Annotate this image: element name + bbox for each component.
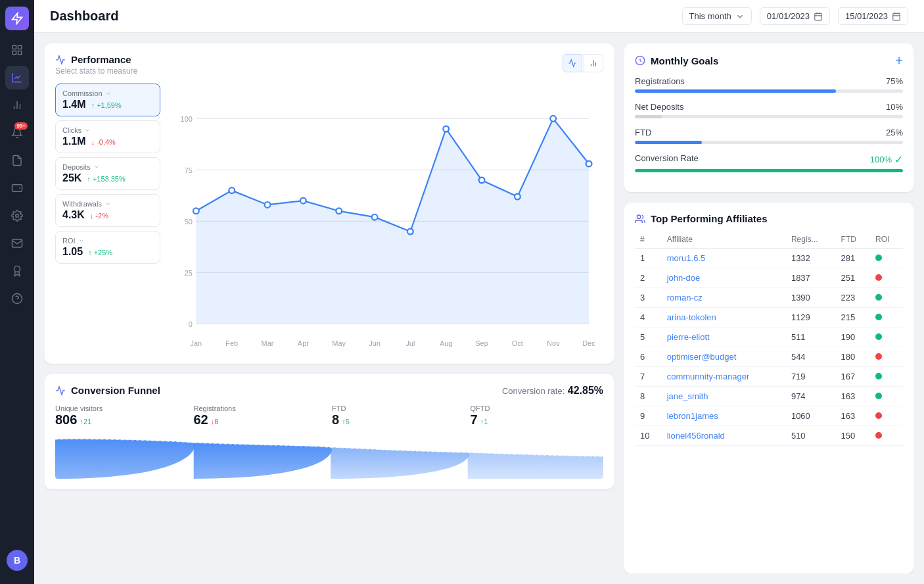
- avatar[interactable]: B: [7, 550, 28, 571]
- affiliates-card: Top Performing Affiliates #AffiliateRegi…: [624, 203, 913, 573]
- goal-ftd: FTD 25%: [635, 128, 903, 144]
- svg-point-56: [586, 161, 592, 167]
- svg-text:Jan: Jan: [191, 339, 202, 347]
- affiliate-name[interactable]: john-doe: [662, 268, 786, 288]
- metric-roi[interactable]: ROI 1.05 ↑ +25%: [55, 231, 160, 264]
- funnel-header: Conversion Funnel Conversion rate: 42.85…: [55, 385, 603, 397]
- affiliate-name[interactable]: pierre-eliott: [662, 328, 786, 347]
- svg-point-10: [14, 266, 20, 272]
- affiliate-name[interactable]: lebron1james: [662, 406, 786, 426]
- svg-text:Apr: Apr: [298, 339, 309, 347]
- table-row: 3 roman-cz 1390 223: [635, 288, 903, 308]
- col-roi: ROI: [870, 231, 903, 249]
- funnel-stats: Unique visitors 806 ↑21 Registrations 62…: [55, 404, 603, 427]
- funnel-stat-unique-visitors: Unique visitors 806 ↑21: [55, 404, 189, 427]
- sidebar-item-awards[interactable]: [5, 259, 29, 283]
- metric-clicks[interactable]: Clicks 1.1M ↓ -0.4%: [55, 120, 160, 153]
- roi-indicator: [875, 432, 882, 439]
- performance-title: Performance: [55, 54, 137, 65]
- metric-change-deposits: ↑ +153.35%: [87, 175, 125, 183]
- svg-point-48: [443, 126, 449, 132]
- metric-deposits[interactable]: Deposits 25K ↑ +153.35%: [55, 157, 160, 190]
- goal-registrations: Registrations 75%: [635, 76, 903, 93]
- sidebar-item-settings[interactable]: [5, 204, 29, 228]
- affiliate-name[interactable]: optimiser@budget: [662, 347, 786, 367]
- roi-indicator: [875, 314, 882, 320]
- svg-text:Mar: Mar: [262, 339, 274, 347]
- progress-bar-net-deposits: [635, 115, 903, 118]
- table-row: 5 pierre-eliott 511 190: [635, 328, 903, 347]
- date-start-filter[interactable]: 01/01/2023: [760, 7, 830, 25]
- svg-point-59: [637, 215, 640, 218]
- svg-text:Oct: Oct: [512, 339, 523, 347]
- metric-commission[interactable]: Commission 1.4M ↑ +1,59%: [55, 84, 160, 116]
- month-filter[interactable]: This month: [682, 7, 752, 25]
- svg-rect-4: [18, 51, 22, 55]
- svg-text:0: 0: [189, 320, 193, 328]
- line-chart-btn[interactable]: [563, 54, 582, 72]
- metric-value-commission: 1.4M: [62, 99, 86, 110]
- affiliates-title: Top Performing Affiliates: [635, 213, 903, 224]
- table-row: 2 john-doe 1837 251: [635, 268, 903, 288]
- table-row: 4 arina-tokolen 1129 215: [635, 308, 903, 328]
- funnel-card: Conversion Funnel Conversion rate: 42.85…: [45, 374, 614, 489]
- sidebar-item-wallet[interactable]: [5, 176, 29, 200]
- svg-point-54: [550, 116, 556, 122]
- roi-indicator: [875, 294, 882, 301]
- svg-text:50: 50: [185, 218, 193, 226]
- svg-point-46: [407, 229, 413, 235]
- add-goal-button[interactable]: +: [895, 54, 903, 67]
- funnel-title: Conversion Funnel: [55, 385, 160, 396]
- sidebar-item-mail[interactable]: [5, 231, 29, 255]
- goal-net-deposits: Net Deposits 10%: [635, 102, 903, 118]
- performance-body: Commission 1.4M ↑ +1,59% Clicks 1.1M ↓ -…: [55, 84, 603, 353]
- roi-indicator: [875, 353, 882, 360]
- funnel-stat-registrations: Registrations 62 ↓8: [189, 404, 327, 427]
- metric-withdrawals[interactable]: Withdrawals 4.3K ↓ -2%: [55, 194, 160, 227]
- performance-subtitle: Select stats to measure: [55, 66, 137, 76]
- sidebar-item-analytics[interactable]: [5, 66, 29, 89]
- svg-text:Jul: Jul: [405, 339, 415, 347]
- affiliate-name[interactable]: roman-cz: [662, 288, 786, 308]
- metric-value-clicks: 1.1M: [62, 135, 86, 147]
- sidebar-item-notifications[interactable]: 99+: [5, 121, 29, 145]
- date-end-filter[interactable]: 15/01/2023: [838, 7, 908, 25]
- affiliate-name[interactable]: lionel456ronald: [662, 426, 786, 446]
- performance-card: Performance Select stats to measure: [45, 43, 614, 364]
- svg-text:25: 25: [185, 269, 193, 277]
- svg-rect-3: [12, 51, 16, 55]
- col-regis---: Regis...: [786, 231, 836, 249]
- sidebar-logo: [5, 7, 29, 30]
- chart-toggle: [563, 54, 603, 72]
- svg-point-44: [372, 214, 378, 220]
- sidebar-item-reports[interactable]: [5, 93, 29, 117]
- funnel-chart: [55, 433, 603, 479]
- page-title: Dashboard: [50, 9, 118, 24]
- sidebar: 99+ B: [0, 0, 34, 584]
- metric-label-roi: ROI: [62, 237, 153, 245]
- affiliate-name[interactable]: jane_smith: [662, 387, 786, 406]
- metric-value-withdrawals: 4.3K: [62, 209, 85, 221]
- affiliate-name[interactable]: moru1.6.5: [662, 249, 786, 268]
- monthly-goals-card: Monthly Goals + Registrations 75% Net De…: [624, 43, 913, 192]
- bar-chart-btn[interactable]: [584, 54, 603, 72]
- svg-text:Dec: Dec: [582, 339, 595, 347]
- svg-point-36: [229, 187, 235, 193]
- header-controls: This month 01/01/2023 15/01/2023: [682, 7, 908, 25]
- sidebar-item-support[interactable]: [5, 287, 29, 310]
- chart-area: 0255075100JanFebMarAprMayJunJulAugSepOct…: [171, 84, 603, 353]
- metrics-column: Commission 1.4M ↑ +1,59% Clicks 1.1M ↓ -…: [55, 84, 160, 353]
- col-affiliate: Affiliate: [662, 231, 786, 249]
- sidebar-item-documents[interactable]: [5, 149, 29, 172]
- svg-text:100: 100: [181, 115, 193, 123]
- metric-value-roi: 1.05: [62, 246, 83, 258]
- sidebar-item-dashboard[interactable]: [5, 38, 29, 62]
- roi-indicator: [875, 393, 882, 399]
- notification-badge: 99+: [14, 122, 28, 130]
- svg-point-40: [300, 198, 306, 204]
- affiliate-name[interactable]: arina-tokolen: [662, 308, 786, 328]
- table-row: 10 lionel456ronald 510 150: [635, 426, 903, 446]
- table-row: 7 communnity-manager 719 167: [635, 367, 903, 387]
- goals-list: Registrations 75% Net Deposits 10% FTD 2…: [635, 76, 903, 172]
- affiliate-name[interactable]: communnity-manager: [662, 367, 786, 387]
